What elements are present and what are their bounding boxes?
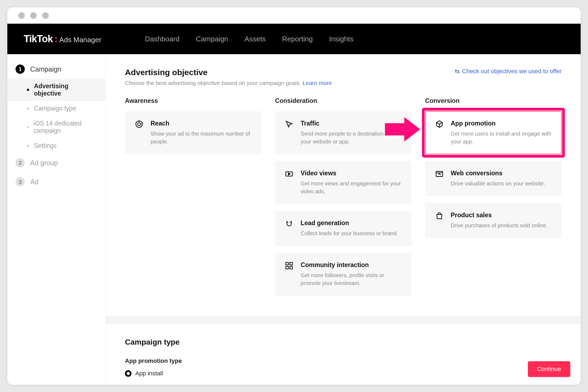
window-dot — [30, 12, 37, 19]
card-desc: Drive purchases of products sold online. — [451, 222, 552, 229]
window-titlebar — [7, 7, 581, 24]
logo-colon: : — [54, 33, 58, 45]
card-community-interaction[interactable]: Community interaction Get more followers… — [275, 253, 411, 296]
card-title: Video views — [301, 170, 402, 177]
radio-app-install[interactable]: App install — [125, 370, 562, 377]
step-label: Ad — [30, 178, 39, 186]
card-title: Product sales — [451, 212, 552, 219]
sidebar-sub-advertising-objective[interactable]: Advertising objective — [7, 79, 106, 101]
top-nav: TikTok: Ads Manager Dashboard Campaign A… — [7, 24, 581, 54]
card-app-promotion[interactable]: App promotion Get more users to install … — [425, 111, 562, 154]
panel-title: Advertising objective — [125, 68, 332, 77]
campaign-type-panel: Campaign type App promotion type App ins… — [106, 324, 581, 385]
sidebar-step-ad[interactable]: 3 Ad — [7, 172, 106, 191]
community-icon — [285, 261, 293, 270]
main-content: Advertising objective Choose the best ad… — [106, 54, 581, 385]
nav-assets[interactable]: Assets — [244, 35, 266, 43]
bullet-icon — [27, 108, 29, 110]
sub-label: Settings — [34, 142, 57, 149]
card-desc: Get more users to install and engage wit… — [451, 130, 552, 146]
bullet-icon — [27, 89, 29, 91]
learn-more-link[interactable]: Learn more — [303, 80, 332, 86]
step-number: 1 — [16, 65, 25, 74]
nav-campaign[interactable]: Campaign — [196, 35, 228, 43]
card-desc: Drive valuable actions on your website. — [451, 180, 552, 188]
svg-rect-3 — [286, 262, 288, 265]
card-title: Web conversions — [451, 170, 552, 177]
browser-arrow-icon — [435, 170, 444, 178]
card-title: Lead generation — [301, 219, 402, 227]
objective-panel: Advertising objective Choose the best ad… — [106, 54, 581, 316]
svg-rect-5 — [286, 267, 288, 269]
logo-subtitle: Ads Manager — [59, 36, 102, 44]
sidebar-sub-campaign-type[interactable]: Campaign type — [7, 101, 106, 116]
sub-label: Advertising objective — [34, 82, 95, 97]
svg-rect-6 — [290, 267, 292, 269]
cube-icon — [435, 120, 444, 128]
card-title: Reach — [151, 120, 252, 127]
step-number: 3 — [16, 177, 25, 186]
column-heading: Conversion — [425, 97, 562, 105]
video-icon — [285, 170, 293, 178]
window-dot — [18, 12, 25, 19]
nav-insights[interactable]: Insights — [329, 35, 354, 43]
svg-point-1 — [138, 123, 141, 126]
logo-text: TikTok — [24, 33, 53, 45]
radio-label: App install — [135, 370, 163, 377]
section-subtitle: App promotion type — [125, 357, 562, 365]
sidebar-step-adgroup[interactable]: 2 Ad group — [7, 153, 106, 172]
nav-dashboard[interactable]: Dashboard — [145, 35, 179, 43]
card-desc: Collect leads for your business or brand… — [301, 229, 402, 237]
bullet-icon — [27, 126, 29, 128]
section-title: Campaign type — [125, 338, 562, 347]
card-desc: Show your ad to the maximum number of pe… — [151, 130, 252, 146]
column-awareness: Awareness Reach Show your ad to the maxi… — [125, 97, 261, 302]
column-heading: Consideration — [275, 97, 411, 105]
sidebar-step-campaign[interactable]: 1 Campaign — [7, 60, 106, 79]
nav-reporting[interactable]: Reporting — [282, 35, 313, 43]
sub-label: Campaign type — [34, 105, 76, 112]
magnet-icon — [285, 219, 293, 228]
svg-rect-4 — [290, 262, 292, 265]
shopping-bag-icon — [435, 212, 444, 220]
logo[interactable]: TikTok: Ads Manager — [24, 33, 101, 45]
panel-subtitle: Choose the best advertising objective ba… — [125, 80, 332, 86]
column-conversion: Conversion App promotion Get more users … — [425, 97, 562, 302]
step-label: Ad group — [30, 159, 58, 167]
sub-label: iOS 14 dedicated campaign — [33, 120, 95, 134]
cursor-icon — [285, 120, 293, 128]
step-number: 2 — [16, 158, 25, 167]
swap-icon: ⇆ — [455, 68, 460, 75]
window-dot — [42, 12, 49, 19]
bullet-icon — [27, 145, 29, 147]
previous-objectives-link[interactable]: ⇆ Check out objectives we used to offer — [455, 68, 562, 75]
sidebar: 1 Campaign Advertising objective Campaig… — [7, 54, 106, 385]
target-icon — [135, 120, 143, 128]
card-lead-generation[interactable]: Lead generation Collect leads for your b… — [275, 211, 411, 246]
card-reach[interactable]: Reach Show your ad to the maximum number… — [125, 111, 261, 154]
card-web-conversions[interactable]: Web conversions Drive valuable actions o… — [425, 161, 562, 196]
step-label: Campaign — [30, 65, 61, 73]
card-title: App promotion — [451, 120, 552, 127]
radio-icon — [125, 370, 131, 377]
sidebar-sub-ios14[interactable]: iOS 14 dedicated campaign — [7, 116, 106, 138]
sidebar-sub-settings[interactable]: Settings — [7, 138, 106, 153]
card-video-views[interactable]: Video views Get more views and engagemen… — [275, 161, 411, 204]
continue-button[interactable]: Continue — [528, 361, 570, 377]
card-title: Community interaction — [301, 261, 402, 269]
card-product-sales[interactable]: Product sales Drive purchases of product… — [425, 203, 562, 238]
column-heading: Awareness — [125, 97, 261, 105]
card-desc: Get more followers, profile visits or pr… — [301, 271, 402, 287]
card-desc: Get more views and engagement for your v… — [301, 180, 402, 195]
